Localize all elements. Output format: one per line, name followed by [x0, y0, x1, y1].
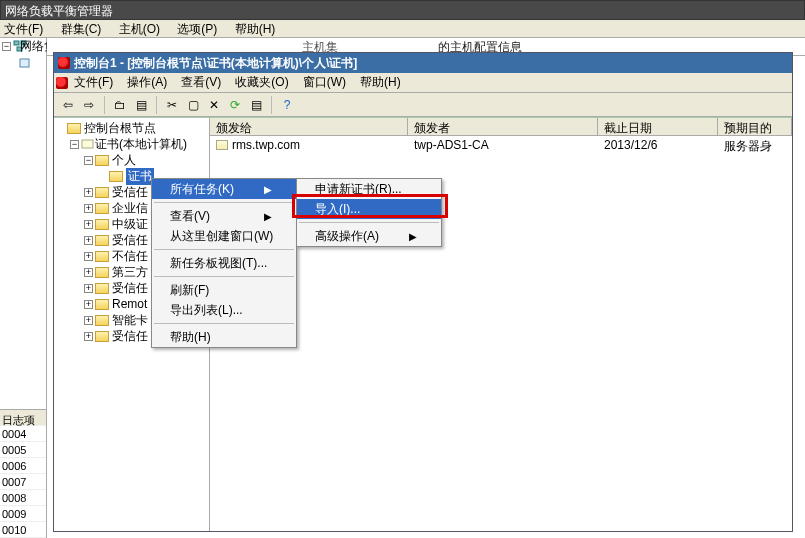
list-header: 颁发给 颁发者 截止日期 预期目的	[210, 118, 792, 136]
mmc-menu-help[interactable]: 帮助(H)	[360, 74, 401, 91]
expand-toggle[interactable]: −	[2, 42, 11, 51]
tree-toggle[interactable]: +	[84, 268, 93, 277]
col-issued-to[interactable]: 颁发给	[210, 118, 408, 135]
submenu-arrow-icon: ▶	[389, 231, 417, 242]
tree-item[interactable]: 不信任	[112, 248, 148, 265]
log-header: 日志项	[0, 410, 46, 426]
ctx-all-tasks[interactable]: 所有任务(K)▶	[152, 179, 296, 199]
cert-store-icon	[81, 138, 95, 150]
tree-personal[interactable]: 个人	[112, 152, 136, 169]
mmc-titlebar[interactable]: 控制台1 - [控制台根节点\证书(本地计算机)\个人\证书]	[54, 53, 792, 73]
cert-icon	[216, 140, 228, 150]
folder-icon	[95, 267, 109, 278]
back-button[interactable]: ⇦	[58, 95, 78, 115]
ctx-refresh[interactable]: 刷新(F)	[152, 280, 296, 300]
mmc-menu-fav[interactable]: 收藏夹(O)	[235, 74, 288, 91]
show-button[interactable]: ▤	[131, 95, 151, 115]
tree-toggle[interactable]: +	[84, 300, 93, 309]
tree-toggle[interactable]: +	[84, 204, 93, 213]
tree-toggle[interactable]: +	[84, 188, 93, 197]
ctx-request-cert[interactable]: 申请新证书(R)...	[297, 179, 441, 199]
tree-item[interactable]: 受信任	[112, 328, 148, 345]
menu-options[interactable]: 选项(P)	[177, 22, 217, 36]
ctx-export[interactable]: 导出列表(L)...	[152, 300, 296, 320]
tree-cert-root[interactable]: 证书(本地计算机)	[95, 136, 187, 153]
forward-button[interactable]: ⇨	[79, 95, 99, 115]
folder-icon	[95, 331, 109, 342]
mmc-menu-action[interactable]: 操作(A)	[127, 74, 167, 91]
tree-toggle[interactable]: +	[84, 252, 93, 261]
tree-item[interactable]: 受信任	[112, 184, 148, 201]
delete-button[interactable]: ✕	[204, 95, 224, 115]
up-button[interactable]: 🗀	[110, 95, 130, 115]
mmc-menu-view[interactable]: 查看(V)	[181, 74, 221, 91]
help-button[interactable]: ?	[277, 95, 297, 115]
tree-item[interactable]: 受信任	[112, 232, 148, 249]
context-menu-primary: 所有任务(K)▶ 查看(V)▶ 从这里创建窗口(W) 新任务板视图(T)... …	[151, 178, 297, 348]
col-purpose[interactable]: 预期目的	[718, 118, 792, 135]
log-row: 0007	[0, 474, 46, 490]
list-row[interactable]: rms.twp.com twp-ADS1-CA 2013/12/6 服务器身	[210, 136, 792, 154]
log-row: 0010	[0, 522, 46, 538]
tree-toggle[interactable]: +	[84, 220, 93, 229]
tree-item[interactable]: Remot	[112, 297, 147, 311]
ctx-new-taskpad[interactable]: 新任务板视图(T)...	[152, 253, 296, 273]
cut-button[interactable]: ✂	[162, 95, 182, 115]
ctx-view[interactable]: 查看(V)▶	[152, 206, 296, 226]
ctx-import[interactable]: 导入(I)...	[297, 199, 441, 219]
mmc-menu-window[interactable]: 窗口(W)	[303, 74, 346, 91]
tree-item[interactable]: 受信任	[112, 280, 148, 297]
log-row: 0006	[0, 458, 46, 474]
menu-file[interactable]: 文件(F)	[4, 22, 43, 36]
ctx-help[interactable]: 帮助(H)	[152, 327, 296, 347]
cell-issued-by: twp-ADS1-CA	[408, 136, 598, 154]
menu-host[interactable]: 主机(O)	[119, 22, 160, 36]
submenu-arrow-icon: ▶	[244, 184, 272, 195]
tree-toggle[interactable]: +	[84, 332, 93, 341]
ctx-new-window[interactable]: 从这里创建窗口(W)	[152, 226, 296, 246]
folder-icon	[95, 219, 109, 230]
svg-rect-0	[14, 41, 19, 45]
tree-item[interactable]: 智能卡	[112, 312, 148, 329]
col-exp-date[interactable]: 截止日期	[598, 118, 718, 135]
export-button[interactable]: ▤	[246, 95, 266, 115]
folder-icon	[95, 251, 109, 262]
folder-icon	[95, 283, 109, 294]
svg-rect-3	[20, 59, 29, 67]
context-submenu-all-tasks: 申请新证书(R)... 导入(I)... 高级操作(A)▶	[296, 178, 442, 247]
mmc-toolbar: ⇦ ⇨ 🗀 ▤ ✂ ▢ ✕ ⟳ ▤ ?	[54, 93, 792, 117]
mmc-menubar: 文件(F) 操作(A) 查看(V) 收藏夹(O) 窗口(W) 帮助(H)	[54, 73, 792, 93]
tree-toggle[interactable]: −	[84, 156, 93, 165]
cell-purpose: 服务器身	[718, 136, 792, 154]
log-row: 0005	[0, 442, 46, 458]
log-row: 0009	[0, 506, 46, 522]
ctx-advanced[interactable]: 高级操作(A)▶	[297, 226, 441, 246]
mmc-menu-file[interactable]: 文件(F)	[74, 74, 113, 91]
tree-item[interactable]: 企业信	[112, 200, 148, 217]
tree-toggle[interactable]: +	[84, 284, 93, 293]
tree-root[interactable]: 控制台根节点	[84, 120, 156, 137]
folder-icon	[95, 203, 109, 214]
tree-toggle[interactable]: −	[70, 140, 79, 149]
folder-icon	[67, 123, 81, 134]
outer-window-title: 网络负载平衡管理器	[0, 0, 805, 20]
mmc-menu-icon	[56, 77, 68, 89]
menu-cluster[interactable]: 群集(C)	[61, 22, 102, 36]
tree-certificates[interactable]: 证书	[126, 168, 154, 185]
svg-rect-4	[82, 140, 93, 148]
folder-icon	[109, 171, 123, 182]
log-row: 0008	[0, 490, 46, 506]
refresh-button[interactable]: ⟳	[225, 95, 245, 115]
copy-button[interactable]: ▢	[183, 95, 203, 115]
outer-left-panel: − 网络负载平衡群集 日志项 0004 0005 0006 0007 0008 …	[0, 38, 47, 538]
mmc-icon	[58, 57, 70, 69]
mmc-title-text: 控制台1 - [控制台根节点\证书(本地计算机)\个人\证书]	[74, 55, 357, 72]
tree-item[interactable]: 中级证	[112, 216, 148, 233]
node-icon	[18, 57, 32, 69]
folder-icon	[95, 235, 109, 246]
col-issued-by[interactable]: 颁发者	[408, 118, 598, 135]
menu-help[interactable]: 帮助(H)	[235, 22, 276, 36]
tree-toggle[interactable]: +	[84, 236, 93, 245]
tree-item[interactable]: 第三方	[112, 264, 148, 281]
tree-toggle[interactable]: +	[84, 316, 93, 325]
